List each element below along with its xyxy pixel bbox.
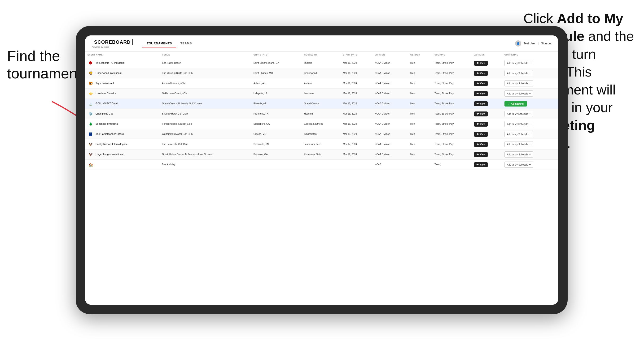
division-cell-3: NCAA Division I — [372, 89, 408, 99]
hosted-by-cell-0: Rutgers — [302, 58, 340, 68]
venue-cell-10: Brook Valley — [160, 160, 251, 170]
event-name-cell-5: ⚙️ Champions Cup — [85, 109, 160, 119]
team-logo-3: ⚜️ — [88, 90, 94, 97]
eye-icon-7: 👁 — [476, 133, 479, 136]
view-button-7[interactable]: 👁 View — [474, 132, 488, 137]
division-cell-7: NCAA Division I — [372, 129, 408, 139]
gender-cell-8: Men — [408, 139, 432, 150]
event-name-cell-9: 🦅 Linger Longer Invitational — [85, 150, 160, 160]
start-date-cell-7: Mar 16, 2024 — [340, 129, 372, 139]
table-row: 🅡 The Johnnie - O Individual Sea Palms R… — [85, 58, 558, 68]
tab-tournaments[interactable]: TOURNAMENTS — [142, 40, 176, 47]
gender-cell-2: Men — [408, 78, 432, 89]
col-venue: VENUE — [160, 52, 251, 58]
user-label: Test User — [524, 42, 536, 45]
hosted-by-cell-9: Kennesaw State — [302, 150, 340, 160]
add-schedule-button-7[interactable]: Add to My Schedule + — [504, 131, 534, 137]
scoring-cell-5: Team, Stroke Play — [432, 109, 472, 119]
event-name-text-1: Lindenwood Invitational — [96, 72, 122, 75]
city-state-cell-9: Eatonton, GA — [251, 150, 302, 160]
tablet-frame: SCOREBOARD Powered by clippd TOURNAMENTS… — [76, 26, 568, 314]
venue-cell-1: The Missouri Bluffs Golf Club — [160, 68, 251, 78]
hosted-by-cell-5: Houston — [302, 109, 340, 119]
table-row: 🌲 Schenkel Invitational Forest Heights C… — [85, 119, 558, 129]
add-schedule-button-10[interactable]: Add to My Schedule + — [504, 162, 534, 168]
view-button-5[interactable]: 👁 View — [474, 112, 488, 116]
scoring-cell-9: Team, Stroke Play — [432, 150, 472, 160]
table-row: 🦁 Lindenwood Invitational The Missouri B… — [85, 68, 558, 78]
competing-cell-4: ✓ Competing — [502, 99, 558, 109]
competing-cell-5: Add to My Schedule + — [502, 109, 558, 119]
plus-icon-9: + — [529, 153, 531, 156]
divider: | — [538, 42, 539, 45]
col-city-state: CITY, STATE — [251, 52, 302, 58]
team-logo-10: 🏫 — [88, 162, 94, 168]
city-state-cell-0: Saint Simons Island, GA — [251, 58, 302, 68]
start-date-cell-9: Mar 17, 2024 — [340, 150, 372, 160]
competing-cell-3: Add to My Schedule + — [502, 89, 558, 99]
table-row: 🏔️ GCU INVITATIONAL Grand Canyon Univers… — [85, 99, 558, 109]
view-button-10[interactable]: 👁 View — [474, 162, 488, 167]
annotation-right-text1: Click — [524, 11, 557, 26]
actions-cell-0: 👁 View — [472, 58, 502, 68]
actions-cell-8: 👁 View — [472, 139, 502, 150]
logo-sub: Powered by clippd — [92, 46, 133, 48]
venue-cell-8: The Sevierville Golf Club — [160, 139, 251, 150]
scoring-cell-7: Team, Stroke Play — [432, 129, 472, 139]
plus-icon-5: + — [529, 112, 531, 116]
competing-cell-2: Add to My Schedule + — [502, 78, 558, 89]
city-state-cell-1: Saint Charles, MO — [251, 68, 302, 78]
logo-text: SCOREBOARD — [92, 39, 133, 45]
view-button-4[interactable]: 👁 View — [474, 101, 488, 106]
event-name-cell-0: 🅡 The Johnnie - O Individual — [85, 58, 160, 68]
add-schedule-button-8[interactable]: Add to My Schedule + — [504, 141, 534, 147]
eye-icon-5: 👁 — [476, 113, 479, 115]
avatar: 👤 — [515, 40, 521, 46]
view-button-2[interactable]: 👁 View — [474, 81, 488, 86]
competing-cell-10: Add to My Schedule + — [502, 160, 558, 170]
header-right: 👤 Test User | Sign out — [515, 40, 552, 46]
gender-cell-10 — [408, 160, 432, 170]
table-row: 🦅 Bobby Nichols Intercollegiate The Sevi… — [85, 139, 558, 150]
event-name-text-0: The Johnnie - O Individual — [96, 61, 125, 65]
competing-cell-8: Add to My Schedule + — [502, 139, 558, 150]
actions-cell-1: 👁 View — [472, 68, 502, 78]
add-schedule-button-6[interactable]: Add to My Schedule + — [504, 121, 534, 127]
actions-cell-7: 👁 View — [472, 129, 502, 139]
add-schedule-button-1[interactable]: Add to My Schedule + — [504, 70, 534, 76]
eye-icon-3: 👁 — [476, 92, 479, 95]
competing-cell-1: Add to My Schedule + — [502, 68, 558, 78]
venue-cell-5: Shadow Hawk Golf Club — [160, 109, 251, 119]
sign-out-link[interactable]: Sign out — [541, 42, 552, 45]
col-competing: COMPETING — [502, 52, 558, 58]
table-container: EVENT NAME VENUE CITY, STATE HOSTED BY S… — [85, 52, 558, 305]
add-schedule-button-9[interactable]: Add to My Schedule + — [504, 151, 534, 158]
add-schedule-button-0[interactable]: Add to My Schedule + — [504, 60, 534, 66]
gender-cell-4: Men — [408, 99, 432, 109]
view-button-8[interactable]: 👁 View — [474, 142, 488, 147]
add-schedule-button-2[interactable]: Add to My Schedule + — [504, 80, 534, 86]
table-row: 🏫 Brook ValleyNCAATeam,👁 ViewAdd to My S… — [85, 160, 558, 170]
scoring-cell-6: Team, Stroke Play — [432, 119, 472, 129]
view-button-6[interactable]: 👁 View — [474, 122, 488, 127]
gender-cell-7: Men — [408, 129, 432, 139]
event-name-text-9: Linger Longer Invitational — [96, 153, 124, 156]
event-name-cell-3: ⚜️ Louisiana Classics — [85, 89, 160, 99]
view-button-1[interactable]: 👁 View — [474, 71, 488, 76]
view-button-0[interactable]: 👁 View — [474, 61, 488, 66]
add-schedule-button-3[interactable]: Add to My Schedule + — [504, 90, 534, 97]
tab-teams[interactable]: TEAMS — [176, 40, 196, 47]
competing-cell-0: Add to My Schedule + — [502, 58, 558, 68]
view-button-9[interactable]: 👁 View — [474, 152, 488, 157]
scoring-cell-10: Team, — [432, 160, 472, 170]
competing-cell-9: Add to My Schedule + — [502, 150, 558, 160]
gender-cell-3: Men — [408, 89, 432, 99]
start-date-cell-0: Mar 11, 2024 — [340, 58, 372, 68]
add-schedule-button-5[interactable]: Add to My Schedule + — [504, 111, 534, 117]
competing-cell-7: Add to My Schedule + — [502, 129, 558, 139]
eye-icon-4: 👁 — [476, 103, 479, 105]
competing-button-4[interactable]: ✓ Competing — [504, 101, 527, 107]
view-button-3[interactable]: 👁 View — [474, 91, 488, 96]
actions-cell-6: 👁 View — [472, 119, 502, 129]
event-name-text-7: The Carpetbagger Classic — [96, 133, 124, 136]
